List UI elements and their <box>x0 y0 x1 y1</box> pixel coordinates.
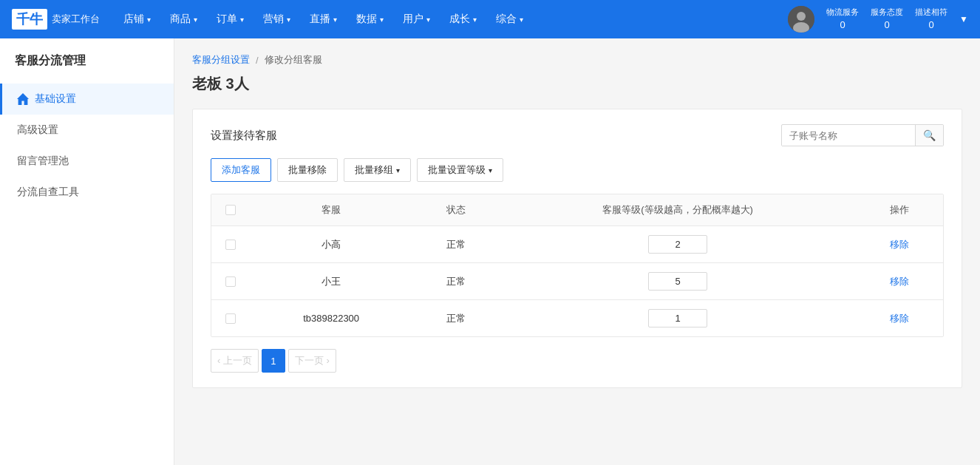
nav-item-6[interactable]: 用户▾ <box>394 0 439 38</box>
row-checkbox-1[interactable] <box>225 276 236 287</box>
nav-label: 综合 <box>496 13 517 26</box>
logo-text: 卖家工作台 <box>52 13 100 26</box>
prev-page-button[interactable]: ‹ 上一页 <box>211 349 259 373</box>
remove-button-1[interactable]: 移除 <box>890 275 909 288</box>
main-card: 设置接待客服 🔍 添加客服 批量移除 批量移组 ▾ 批量设置等级 ▾ <box>192 109 962 388</box>
row-checkbox-0[interactable] <box>225 240 236 250</box>
chevron-down-icon: ▾ <box>426 16 430 24</box>
nav-label: 数据 <box>356 13 377 26</box>
search-box: 🔍 <box>781 124 944 146</box>
col-status: 状态 <box>412 194 500 226</box>
page-title: 老板 3人 <box>192 74 962 94</box>
batch-level-label: 批量设置等级 <box>428 163 486 177</box>
batch-remove-button[interactable]: 批量移除 <box>277 158 338 182</box>
row-checkbox-cell <box>211 226 250 263</box>
avatar[interactable] <box>788 6 814 33</box>
nav-label: 商品 <box>170 13 191 26</box>
nav-item-8[interactable]: 综合▾ <box>487 0 532 38</box>
top-nav: 千牛 卖家工作台 店铺▾商品▾订单▾营销▾直播▾数据▾用户▾成长▾综合▾ 物流服… <box>0 0 980 38</box>
chevron-down-icon: ▾ <box>473 16 477 24</box>
sidebar-item-basic-settings[interactable]: 基础设置 <box>0 84 174 115</box>
sidebar-item-label: 基础设置 <box>35 92 76 106</box>
row-checkbox-2[interactable] <box>225 313 236 324</box>
row-status: 正常 <box>412 226 500 263</box>
nav-item-2[interactable]: 订单▾ <box>208 0 253 38</box>
home-icon <box>17 93 29 105</box>
stat-label: 描述相符 <box>915 7 947 18</box>
nav-item-0[interactable]: 店铺▾ <box>115 0 160 38</box>
nav-label: 直播 <box>310 13 330 26</box>
col-checkbox <box>211 194 250 226</box>
remove-button-2[interactable]: 移除 <box>890 312 909 325</box>
main-content: 客服分组设置 / 修改分组客服 老板 3人 设置接待客服 🔍 添加客服 批量移除… <box>174 38 980 465</box>
layout: 客服分流管理 基础设置 高级设置 留言管理池 分流自查工具 客服分组设置 / 修… <box>0 38 980 465</box>
data-table: 客服 状态 客服等级(等级越高，分配概率越大) 操作 小高 正常 <box>211 194 944 337</box>
nav-label: 用户 <box>403 13 423 26</box>
page-1-button[interactable]: 1 <box>262 349 285 373</box>
nav-label: 店铺 <box>123 13 144 26</box>
stat-value: 0 <box>840 18 845 32</box>
nav-item-5[interactable]: 数据▾ <box>347 0 392 38</box>
level-input-1[interactable] <box>648 272 707 291</box>
select-all-checkbox[interactable] <box>225 205 236 215</box>
row-checkbox-cell <box>211 300 250 337</box>
batch-level-button[interactable]: 批量设置等级 ▾ <box>417 158 503 182</box>
nav-item-4[interactable]: 直播▾ <box>301 0 346 38</box>
breadcrumb-link[interactable]: 客服分组设置 <box>192 53 250 67</box>
sidebar-item-message-pool[interactable]: 留言管理池 <box>0 146 174 177</box>
level-input-0[interactable] <box>648 235 707 254</box>
batch-move-label: 批量移组 <box>355 163 393 177</box>
row-level <box>500 300 856 337</box>
breadcrumb-current: 修改分组客服 <box>265 53 322 67</box>
row-action: 移除 <box>856 263 943 300</box>
chevron-down-icon: ▾ <box>520 16 523 24</box>
app-logo[interactable]: 千牛 卖家工作台 <box>12 9 100 30</box>
stat-value: 0 <box>884 18 889 32</box>
chevron-down-icon: ▾ <box>194 16 197 24</box>
col-action: 操作 <box>856 194 943 226</box>
nav-item-3[interactable]: 营销▾ <box>254 0 299 38</box>
chevron-down-icon: ▾ <box>380 16 384 24</box>
level-input-2[interactable] <box>648 309 707 327</box>
sidebar-title: 客服分流管理 <box>0 53 174 84</box>
chevron-down-icon: ▾ <box>240 16 244 24</box>
batch-move-chevron-icon: ▾ <box>396 166 400 174</box>
logo-icon: 千牛 <box>12 9 47 30</box>
nav-item-1[interactable]: 商品▾ <box>161 0 206 38</box>
next-page-button[interactable]: 下一页 › <box>288 349 336 373</box>
breadcrumb-separator: / <box>256 55 259 66</box>
row-status: 正常 <box>412 263 500 300</box>
remove-button-0[interactable]: 移除 <box>890 238 909 251</box>
row-level <box>500 226 856 263</box>
sidebar-item-label: 留言管理池 <box>17 155 69 168</box>
search-input[interactable] <box>782 126 915 146</box>
row-level <box>500 263 856 300</box>
col-level: 客服等级(等级越高，分配概率越大) <box>500 194 856 226</box>
nav-stat-1: 服务态度0 <box>871 7 903 32</box>
chevron-down-icon: ▾ <box>333 16 337 24</box>
search-button[interactable]: 🔍 <box>915 125 943 146</box>
batch-level-chevron-icon: ▾ <box>489 166 492 174</box>
row-agent-name: 小王 <box>250 263 412 300</box>
row-action: 移除 <box>856 300 943 337</box>
breadcrumb: 客服分组设置 / 修改分组客服 <box>192 53 962 67</box>
stat-label: 服务态度 <box>871 7 903 18</box>
table-row: 小王 正常 移除 <box>211 263 943 300</box>
stat-label: 物流服务 <box>826 7 859 18</box>
nav-dropdown-icon[interactable]: ▼ <box>959 14 968 24</box>
nav-label: 订单 <box>217 13 237 26</box>
nav-menu: 店铺▾商品▾订单▾营销▾直播▾数据▾用户▾成长▾综合▾ <box>115 0 788 38</box>
batch-move-button[interactable]: 批量移组 ▾ <box>344 158 411 182</box>
col-agent: 客服 <box>250 194 412 226</box>
sidebar-item-self-check[interactable]: 分流自查工具 <box>0 177 174 208</box>
row-status: 正常 <box>412 300 500 337</box>
nav-label: 营销 <box>263 13 284 26</box>
sidebar-item-advanced-settings[interactable]: 高级设置 <box>0 115 174 146</box>
nav-item-7[interactable]: 成长▾ <box>440 0 486 38</box>
sidebar-item-label: 高级设置 <box>17 123 58 137</box>
stat-value: 0 <box>928 18 933 32</box>
card-header: 设置接待客服 🔍 <box>211 124 944 146</box>
add-customer-button[interactable]: 添加客服 <box>211 158 271 182</box>
table-row: tb389822300 正常 移除 <box>211 300 943 337</box>
pagination: ‹ 上一页 1 下一页 › <box>211 349 944 373</box>
